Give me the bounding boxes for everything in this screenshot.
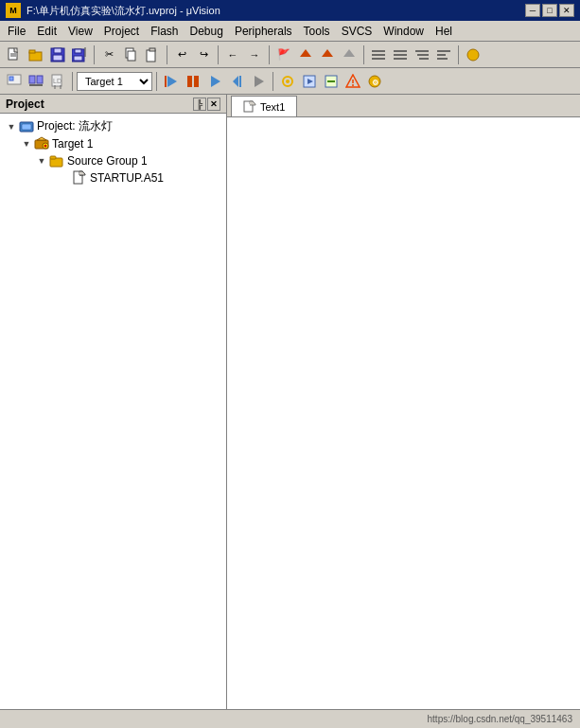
expand-icon-root: ▼: [4, 119, 19, 134]
toolbar2-sep3: [272, 72, 273, 91]
debug-btn4[interactable]: [226, 71, 247, 92]
debug-btn2[interactable]: [183, 71, 203, 92]
svg-marker-48: [255, 76, 264, 87]
close-button[interactable]: ✕: [559, 4, 574, 17]
svg-rect-6: [54, 48, 62, 53]
target1-label: Target 1: [52, 137, 93, 151]
unindent-button[interactable]: [390, 44, 411, 65]
menu-svcs[interactable]: SVCS: [336, 23, 378, 40]
next-bookmark-button[interactable]: [317, 44, 338, 65]
toolbar-separator-2: [167, 45, 167, 64]
target-select[interactable]: Target 1: [77, 72, 152, 91]
svg-rect-14: [147, 50, 155, 62]
toolbar2-sep2: [156, 72, 157, 91]
svg-rect-15: [149, 48, 155, 51]
extra-btn1[interactable]: [277, 71, 298, 92]
svg-rect-61: [22, 124, 31, 130]
panel-header-buttons: ╠ ✕: [193, 98, 220, 111]
clear-bookmarks-button[interactable]: [339, 44, 360, 65]
nav-forward-button[interactable]: →: [244, 44, 265, 65]
copy-button[interactable]: [120, 44, 141, 65]
svg-text:LD: LD: [53, 78, 62, 84]
open-file-button[interactable]: [26, 44, 46, 65]
svg-rect-34: [29, 76, 35, 83]
menu-view[interactable]: View: [62, 23, 98, 40]
svg-rect-43: [187, 76, 192, 87]
main-area: Project ╠ ✕ ▼ Project: 流水灯 ▼: [0, 95, 580, 709]
svg-rect-35: [37, 76, 43, 83]
svg-rect-7: [53, 55, 62, 61]
format-button[interactable]: [433, 44, 454, 65]
svg-marker-41: [167, 76, 177, 87]
editor-tab-text1[interactable]: Text1: [231, 96, 297, 116]
svg-rect-44: [194, 76, 199, 87]
maximize-button[interactable]: □: [542, 4, 557, 17]
svg-point-31: [467, 49, 479, 61]
prev-bookmark-button[interactable]: [295, 44, 316, 65]
debug-btn1[interactable]: [161, 71, 182, 92]
project-panel: Project ╠ ✕ ▼ Project: 流水灯 ▼: [0, 95, 227, 709]
extra-btn4[interactable]: [343, 71, 363, 92]
menu-edit[interactable]: Edit: [31, 23, 62, 40]
startup-file-icon: [72, 170, 87, 186]
debug-btn5[interactable]: [248, 71, 269, 92]
toolbar-separator-3: [218, 45, 219, 64]
editor-content[interactable]: [227, 117, 580, 709]
expand-icon-target: ▼: [19, 136, 34, 151]
svg-point-65: [44, 145, 47, 148]
extra-btn5[interactable]: ⚙: [364, 71, 385, 92]
project-tree: ▼ Project: 流水灯 ▼: [0, 114, 226, 709]
build-toolbar-btn2[interactable]: [26, 71, 46, 92]
tree-item-source-group[interactable]: ▼ Source Group 1: [2, 152, 224, 169]
bookmark-button[interactable]: 🚩: [273, 44, 294, 65]
svg-point-57: [352, 84, 354, 86]
project-panel-title: Project: [6, 98, 44, 111]
svg-marker-17: [322, 49, 333, 57]
project-root-icon: [19, 119, 34, 134]
build-toolbar-btn1[interactable]: [4, 71, 25, 92]
svg-marker-18: [343, 49, 355, 57]
window-controls: ─ □ ✕: [525, 4, 574, 17]
menu-file[interactable]: File: [2, 23, 31, 40]
menu-project[interactable]: Project: [98, 23, 145, 40]
extra-btn2[interactable]: [299, 71, 320, 92]
menu-help[interactable]: Hel: [430, 23, 458, 40]
save-all-button[interactable]: [69, 44, 90, 65]
redo-button[interactable]: ↪: [193, 44, 214, 65]
toolbar-separator-1: [94, 45, 95, 64]
status-url: https://blog.csdn.net/qq_39511463: [428, 714, 572, 724]
tab-icon: [243, 100, 256, 114]
svg-rect-13: [128, 51, 135, 61]
undo-button[interactable]: ↩: [171, 44, 192, 65]
menu-flash[interactable]: Flash: [145, 23, 184, 40]
nav-back-button[interactable]: ←: [222, 44, 243, 65]
build-toolbar-btn3[interactable]: LD: [47, 71, 68, 92]
svg-rect-9: [75, 49, 81, 53]
align-button[interactable]: [412, 44, 432, 65]
paste-button[interactable]: [142, 44, 163, 65]
toolbar-separator-4: [269, 45, 270, 64]
tree-item-target1[interactable]: ▼ Target 1: [2, 135, 224, 152]
menu-debug[interactable]: Debug: [185, 23, 229, 40]
toolbar-separator-6: [458, 45, 459, 64]
svg-rect-10: [74, 56, 82, 61]
minimize-button[interactable]: ─: [525, 4, 540, 17]
cut-button[interactable]: ✂: [98, 44, 119, 65]
source-group-label: Source Group 1: [67, 154, 148, 168]
debug-btn3[interactable]: [204, 71, 225, 92]
svg-text:⚙: ⚙: [372, 79, 378, 87]
menu-peripherals[interactable]: Peripherals: [229, 23, 298, 40]
panel-close-button[interactable]: ✕: [207, 98, 220, 111]
save-button[interactable]: [47, 44, 68, 65]
extra-btn3[interactable]: [321, 71, 342, 92]
tree-item-project-root[interactable]: ▼ Project: 流水灯: [2, 117, 224, 135]
menu-window[interactable]: Window: [378, 23, 430, 40]
extra-button[interactable]: [463, 44, 483, 65]
editor-tab-text1-label: Text1: [260, 101, 285, 113]
new-file-button[interactable]: [4, 44, 25, 65]
tree-item-startup[interactable]: ▷ STARTUP.A51: [2, 169, 224, 186]
menu-tools[interactable]: Tools: [298, 23, 336, 40]
indent-button[interactable]: [368, 44, 389, 65]
startup-file-label: STARTUP.A51: [90, 171, 164, 185]
panel-pin-button[interactable]: ╠: [193, 98, 206, 111]
